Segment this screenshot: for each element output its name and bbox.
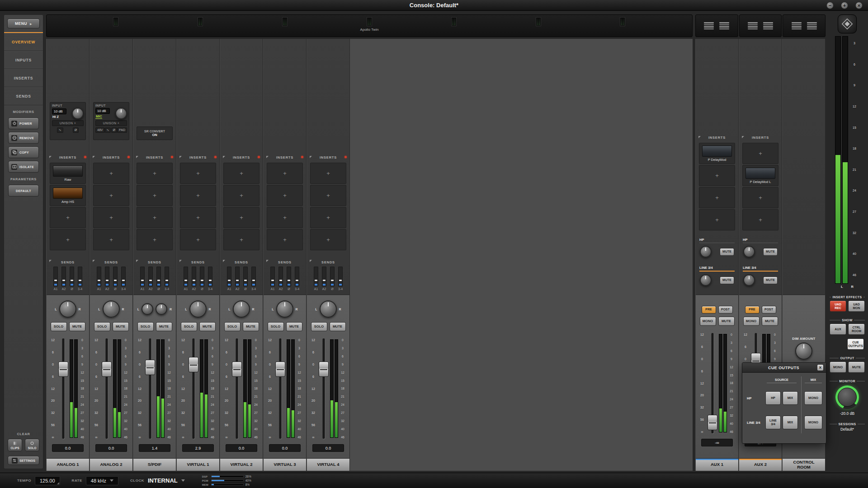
send-level-slider[interactable] — [78, 267, 82, 286]
send-level-slider[interactable] — [287, 267, 291, 286]
send-level-slider[interactable] — [227, 267, 231, 286]
mute-button[interactable]: MUTE — [113, 322, 129, 331]
fader-cap[interactable] — [319, 361, 329, 377]
insert-slot-empty[interactable]: + — [267, 163, 303, 184]
mute-button[interactable]: MUTE — [330, 322, 346, 331]
insert-slot-empty[interactable]: + — [223, 163, 259, 184]
send-level-slider[interactable] — [61, 267, 66, 286]
fader[interactable] — [187, 336, 200, 442]
send-level-slider[interactable] — [184, 267, 188, 286]
channel-collapse-icon[interactable] — [763, 22, 773, 29]
pre-button[interactable]: PRE — [702, 306, 716, 314]
modifier-isolate-button[interactable]: ISOLATE — [8, 161, 39, 173]
fader[interactable] — [231, 336, 243, 442]
settings-button[interactable]: SETTINGS — [8, 456, 39, 465]
aux-send-knob[interactable] — [700, 246, 712, 258]
insert-slot-plugin[interactable]: P DelayMod L — [742, 165, 778, 186]
unison-slot[interactable]: UNISON + — [52, 120, 84, 126]
channel-name[interactable]: ANALOG 1 — [47, 458, 89, 471]
fader-cap[interactable] — [189, 357, 198, 372]
insert-slot-empty[interactable]: + — [223, 207, 259, 228]
collapse-icon[interactable] — [136, 156, 138, 158]
cue-hp-source-mix-button[interactable]: MIX — [783, 391, 798, 405]
mute-button[interactable]: MUTE — [243, 322, 259, 331]
aux-send-mute-button[interactable]: MUTE — [720, 248, 734, 256]
sidebar-tab-inputs[interactable]: INPUTS — [4, 51, 43, 69]
insert-slot-empty[interactable]: + — [50, 207, 86, 228]
modifier-remove-button[interactable]: REMOVE — [8, 132, 39, 144]
aux-send-knob[interactable] — [743, 274, 755, 286]
send-level-slider[interactable] — [243, 267, 248, 286]
input-gain-value[interactable]: 10 dB — [95, 108, 110, 114]
close-button[interactable]: × — [855, 2, 863, 9]
input-switch[interactable]: Ø — [111, 127, 117, 133]
pan-knob[interactable] — [233, 300, 250, 318]
send-level-slider[interactable] — [235, 267, 240, 286]
cue-line-3-4-source-mix-button[interactable]: MIX — [783, 416, 798, 429]
aux-send-mute-button[interactable]: MUTE — [720, 277, 734, 284]
channel-collapse-icon[interactable] — [792, 22, 802, 29]
mute-button[interactable]: MUTE — [199, 322, 216, 331]
insert-slot-empty[interactable]: + — [223, 185, 259, 206]
pan-knob-right[interactable] — [156, 303, 167, 315]
zoom-button[interactable]: + — [841, 2, 848, 9]
tempo-value[interactable]: 125.00 — [35, 476, 60, 485]
channel-name[interactable]: S/PDIF — [133, 458, 176, 471]
pan-knob[interactable] — [320, 300, 337, 318]
send-level-slider[interactable] — [140, 267, 145, 286]
send-level-slider[interactable] — [322, 267, 326, 286]
channel-name[interactable]: VIRTUAL 2 — [220, 458, 263, 471]
insert-slot-empty[interactable]: + — [180, 163, 216, 184]
send-level-slider[interactable] — [270, 267, 275, 286]
solo-button[interactable]: SOLO — [94, 322, 110, 331]
fader[interactable] — [100, 336, 113, 442]
solo-button[interactable]: SOLO — [311, 322, 327, 331]
pan-knob-left[interactable] — [142, 303, 153, 315]
sidebar-tab-sends[interactable]: SENDS — [4, 87, 43, 105]
send-level-slider[interactable] — [148, 267, 153, 286]
insert-slot-empty[interactable]: + — [267, 229, 303, 250]
collapse-icon[interactable] — [742, 136, 744, 138]
insert-slot-empty[interactable]: + — [699, 165, 735, 186]
solo-button[interactable]: SOLO — [137, 322, 154, 331]
insert-slot-empty[interactable]: + — [310, 163, 346, 184]
cue-outputs-button[interactable]: CUE OUTPUTS — [847, 338, 864, 350]
unison-slot[interactable]: UNISON + — [95, 120, 127, 126]
channel-collapse-icon[interactable] — [748, 22, 758, 29]
modifier-copy-button[interactable]: COPY — [8, 146, 39, 158]
send-level-slider[interactable] — [330, 267, 335, 286]
insert-slot-empty[interactable]: + — [267, 207, 303, 228]
input-mode[interactable]: MIC — [95, 114, 102, 119]
fader[interactable] — [57, 336, 70, 442]
collapse-icon[interactable] — [93, 260, 95, 262]
fader[interactable] — [706, 330, 719, 437]
send-level-slider[interactable] — [156, 267, 161, 286]
pan-knob[interactable] — [103, 300, 120, 318]
minimize-button[interactable]: − — [826, 2, 834, 9]
collapse-icon[interactable] — [49, 260, 52, 262]
insert-slot-empty[interactable]: + — [699, 187, 735, 208]
aux-send-knob[interactable] — [743, 246, 755, 258]
cue-hp-mix-mono-button[interactable]: MONO — [804, 391, 822, 405]
mute-button[interactable]: MUTE — [718, 317, 735, 326]
send-level-slider[interactable] — [251, 267, 256, 286]
channel-name[interactable]: AUX 2 — [739, 458, 782, 471]
send-level-slider[interactable] — [278, 267, 283, 286]
insert-slot-empty[interactable]: + — [180, 229, 216, 250]
fader-cap[interactable] — [232, 361, 242, 377]
send-level-slider[interactable] — [97, 267, 101, 286]
mute-button[interactable]: MUTE — [848, 361, 865, 373]
insert-slot-empty[interactable]: + — [742, 187, 778, 208]
clear-solo-button[interactable]: SOLO — [25, 439, 39, 451]
collapse-icon[interactable] — [179, 156, 182, 158]
collapse-icon[interactable] — [310, 156, 312, 158]
collapse-icon[interactable] — [93, 156, 95, 158]
mono-button[interactable]: MONO — [830, 361, 846, 373]
mono-button[interactable]: MONO — [700, 317, 716, 326]
rate-select[interactable]: 48 kHz — [86, 476, 118, 485]
insert-slot-empty[interactable]: + — [742, 209, 778, 230]
close-icon[interactable]: × — [817, 364, 824, 371]
channel-name[interactable]: VIRTUAL 1 — [177, 458, 219, 471]
aux-send-mute-button[interactable]: MUTE — [763, 248, 778, 256]
mute-button[interactable]: MUTE — [286, 322, 302, 331]
